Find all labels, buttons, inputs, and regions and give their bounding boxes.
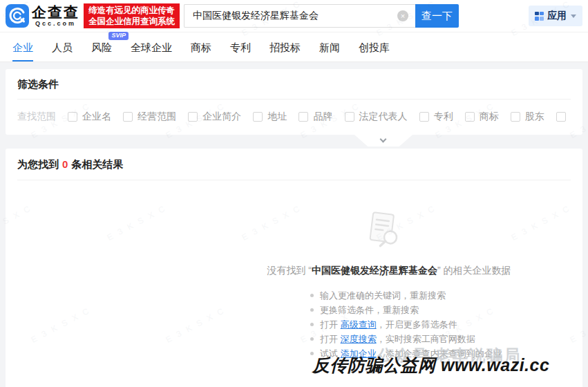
no-results-icon (363, 211, 403, 255)
chevron-down-icon (571, 15, 576, 18)
advanced-search-link[interactable]: 高级查询 (341, 319, 377, 330)
checkbox-icon[interactable] (419, 112, 429, 122)
filter-title: 筛选条件 (6, 69, 582, 99)
checkbox-icon[interactable] (298, 112, 308, 122)
result-count: 0 (62, 158, 68, 170)
tab-people[interactable]: 人员 (52, 33, 73, 62)
category-tab-bar: 企业 人员 风险 SVIP 全球企业 商标 专利 招投标 新闻 创投库 (0, 32, 588, 62)
suggestion-item: 打开 深度搜索，实时搜索工商官网数据 (310, 332, 502, 346)
tab-bidding[interactable]: 招投标 (269, 33, 301, 62)
checkbox-icon[interactable] (253, 112, 263, 122)
result-count-line: 为您找到0条相关结果 (6, 149, 582, 180)
checkbox-icon[interactable] (188, 112, 198, 122)
filter-option-brand[interactable]: 品牌 (298, 111, 332, 123)
filter-option-company-name[interactable]: 企业名 (68, 111, 111, 123)
suggestion-item: 打开 高级查询，开启更多筛选条件 (310, 317, 502, 332)
brand-wordmark[interactable]: 企查查 Qcc.com (32, 5, 79, 27)
divider (17, 180, 571, 180)
deep-search-link[interactable]: 深度搜索 (341, 334, 377, 344)
search-scope-row: 查找范围 企业名 经营范围 企业简介 地址 品牌 法定代表人 专利 商标 股东 (6, 100, 582, 123)
tab-patent[interactable]: 专利 (230, 33, 251, 62)
clear-search-icon[interactable]: × (397, 10, 408, 21)
expand-filters-tab[interactable] (354, 135, 412, 147)
checkbox-icon[interactable] (465, 112, 475, 122)
bullet-icon (310, 294, 314, 297)
filter-option-shareholder[interactable]: 股东 (511, 111, 544, 123)
apps-label: 应用 (547, 10, 567, 22)
checkbox-icon[interactable] (68, 112, 77, 122)
checkbox-icon[interactable] (511, 112, 520, 122)
tab-trademark[interactable]: 商标 (191, 33, 211, 62)
suggestion-item: 输入更准确的关键词，重新搜索 (310, 288, 502, 303)
tab-news[interactable]: 新闻 (319, 33, 340, 62)
filter-option-trademark[interactable]: 商标 (465, 111, 499, 123)
chevron-down-icon (380, 136, 387, 143)
checkbox-icon[interactable] (345, 112, 354, 122)
tab-enterprise[interactable]: 企业 (12, 33, 33, 62)
suggestion-item: 更换筛选条件，重新搜索 (310, 303, 502, 317)
site-watermark-text: 反传防骗公益网 www.wazi.cc (312, 354, 549, 377)
filter-panel: 筛选条件 查找范围 企业名 经营范围 企业简介 地址 品牌 法定代表人 专利 商… (6, 69, 582, 135)
filter-option-address[interactable]: 地址 (253, 111, 287, 123)
tab-global-enterprise[interactable]: 全球企业 (131, 33, 172, 62)
filter-option-company-profile[interactable]: 企业简介 (188, 111, 241, 123)
brand-name: 企查查 (32, 5, 79, 20)
slogan-line1: 缔造有远见的商业传奇 (88, 5, 175, 16)
top-header: 企查查 Qcc.com 缔造有远见的商业传奇 全国企业信用查询系统 × 查一下 … (0, 0, 588, 32)
slogan-banner: 缔造有远见的商业传奇 全国企业信用查询系统 (84, 3, 180, 28)
tab-risk[interactable]: 风险 SVIP (91, 33, 112, 62)
apps-menu-button[interactable]: 应用 (529, 6, 582, 26)
search-input[interactable] (184, 4, 415, 28)
svip-badge: SVIP (108, 32, 129, 40)
bullet-icon (310, 308, 314, 312)
qcc-search-results-page: E3KSXCE3KSXCE3KSXCE3KSXCE3KSXCE3KSXCE3KS… (0, 0, 588, 387)
checkbox-icon[interactable] (123, 112, 133, 122)
brand-domain: Qcc.com (32, 20, 79, 27)
no-results-message: 没有找到 “中国医健银发经济星辉基金会” 的相关企业数据 (244, 265, 534, 277)
scope-label: 查找范围 (17, 111, 56, 123)
bullet-icon (310, 337, 314, 341)
filter-option-business-scope[interactable]: 经营范围 (123, 111, 176, 123)
search-button[interactable]: 查一下 (415, 4, 459, 28)
slogan-line2: 全国企业信用查询系统 (88, 16, 175, 27)
filter-option-legal-representative[interactable]: 法定代表人 (345, 111, 408, 123)
searched-keyword: 中国医健银发经济星辉基金会 (312, 265, 437, 276)
filter-option-patent[interactable]: 专利 (419, 111, 453, 123)
tab-vc-library[interactable]: 创投库 (359, 33, 390, 62)
checkbox-icon[interactable] (556, 112, 566, 122)
search-bar: × 查一下 (184, 4, 459, 28)
filter-option-truncated[interactable] (556, 112, 571, 122)
qcc-logo-icon[interactable] (6, 4, 29, 28)
apps-grid-icon (535, 12, 544, 21)
bullet-icon (310, 323, 314, 326)
